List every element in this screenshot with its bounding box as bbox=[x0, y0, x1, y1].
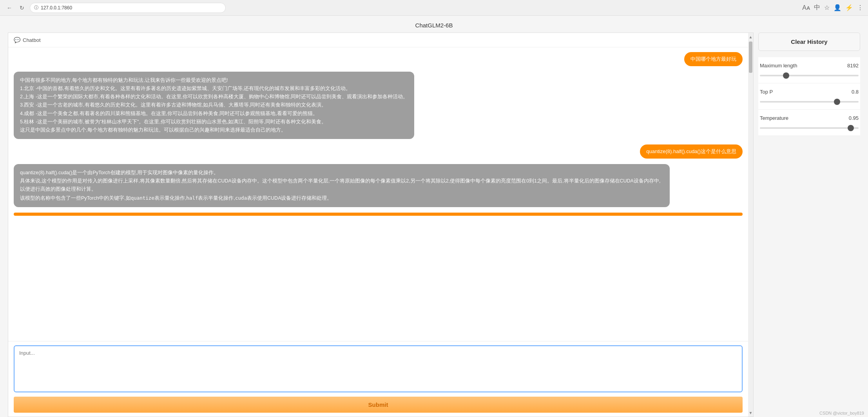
content-wrapper: 💬 Chatbot 中国哪个地方最好玩 中国有很多不同的地方,每个地方都有 bbox=[0, 32, 868, 417]
temperature-slider[interactable] bbox=[760, 127, 859, 129]
top-p-slider[interactable] bbox=[760, 101, 859, 103]
chat-scrollbar[interactable]: ▲ ▼ bbox=[748, 32, 754, 417]
chatbot-icon: 💬 bbox=[14, 37, 20, 43]
user-message-1: 中国哪个地方最好玩 bbox=[14, 52, 743, 66]
lock-icon: ⓘ bbox=[34, 5, 38, 11]
back-button[interactable]: ← bbox=[5, 3, 14, 13]
input-area: Submit bbox=[8, 341, 748, 417]
browser-bar: ← ↻ ⓘ 127.0.0.1:7860 Aᴀ 中 ☆ 👤 ⚡ ⋮ bbox=[0, 0, 868, 16]
max-length-slider[interactable] bbox=[760, 75, 859, 76]
top-p-label: Top P bbox=[760, 89, 773, 95]
translate2-icon[interactable]: 中 bbox=[814, 4, 820, 12]
bookmark-icon[interactable]: ☆ bbox=[824, 4, 830, 11]
temperature-label: Temperature bbox=[760, 115, 788, 121]
footer: CSDN @victor_boy819 bbox=[819, 411, 864, 415]
chat-input[interactable] bbox=[14, 345, 743, 392]
extensions-icon[interactable]: ⚡ bbox=[845, 4, 853, 11]
scroll-up-button[interactable]: ▲ bbox=[748, 33, 753, 41]
clear-history-button[interactable]: Clear History bbox=[758, 32, 860, 51]
translate-icon[interactable]: Aᴀ bbox=[802, 4, 810, 11]
page-wrapper: ← ↻ ⓘ 127.0.0.1:7860 Aᴀ 中 ☆ 👤 ⚡ ⋮ ChatGL… bbox=[0, 0, 868, 417]
address-bar: ⓘ 127.0.0.1:7860 bbox=[30, 3, 226, 13]
max-length-section: Maximum length 8192 bbox=[758, 57, 860, 83]
bot-bubble-2: quantize(8).half().cuda()是一个由PyTorch创建的模… bbox=[14, 164, 670, 207]
bot-bubble-1: 中国有很多不同的地方,每个地方都有独特的魅力和玩法,让我来告诉你一些最受欢迎的景… bbox=[14, 72, 414, 139]
bot-message-2: quantize(8).half().cuda()是一个由PyTorch创建的模… bbox=[14, 164, 743, 207]
top-p-section: Top P 0.8 bbox=[758, 83, 860, 110]
user-bubble-1: 中国哪个地方最好玩 bbox=[684, 52, 743, 66]
right-panel: Clear History Maximum length 8192 Top P … bbox=[758, 32, 860, 417]
scroll-down-button[interactable]: ▼ bbox=[748, 409, 753, 417]
temperature-header: Temperature 0.95 bbox=[760, 115, 859, 121]
max-length-header: Maximum length 8192 bbox=[760, 63, 859, 69]
settings-icon[interactable]: ⋮ bbox=[857, 4, 863, 11]
chat-header: 💬 Chatbot bbox=[8, 33, 748, 47]
scroll-thumb[interactable] bbox=[749, 42, 752, 73]
top-p-value: 0.8 bbox=[852, 89, 859, 95]
bot-message-1: 中国有很多不同的地方,每个地方都有独特的魅力和玩法,让我来告诉你一些最受欢迎的景… bbox=[14, 72, 743, 139]
max-length-value: 8192 bbox=[847, 63, 859, 69]
footer-text: CSDN @victor_boy819 bbox=[819, 411, 864, 415]
page-title: ChatGLM2-6B bbox=[0, 16, 868, 32]
user-bubble-2: quantize(8).half().cuda()这个是什么意思 bbox=[640, 144, 743, 159]
chat-with-scroll: 💬 Chatbot 中国哪个地方最好玩 中国有很多不同的地方,每个地方都有 bbox=[8, 32, 754, 417]
user-message-2: quantize(8).half().cuda()这个是什么意思 bbox=[14, 144, 743, 159]
messages-area[interactable]: 中国哪个地方最好玩 中国有很多不同的地方,每个地方都有独特的魅力和玩法,让我来告… bbox=[8, 47, 748, 341]
url-text: 127.0.0.1:7860 bbox=[41, 5, 72, 11]
submit-button[interactable]: Submit bbox=[14, 397, 743, 413]
orange-continuation-strip bbox=[14, 213, 743, 216]
chatbot-label: Chatbot bbox=[23, 37, 41, 43]
reload-button[interactable]: ↻ bbox=[17, 3, 27, 13]
profile-icon[interactable]: 👤 bbox=[834, 4, 841, 11]
top-p-header: Top P 0.8 bbox=[760, 89, 859, 95]
temperature-section: Temperature 0.95 bbox=[758, 110, 860, 136]
temperature-value: 0.95 bbox=[849, 115, 859, 121]
max-length-label: Maximum length bbox=[760, 63, 797, 69]
chat-main: 💬 Chatbot 中国哪个地方最好玩 中国有很多不同的地方,每个地方都有 bbox=[8, 32, 748, 417]
browser-actions: Aᴀ 中 ☆ 👤 ⚡ ⋮ bbox=[802, 4, 863, 12]
